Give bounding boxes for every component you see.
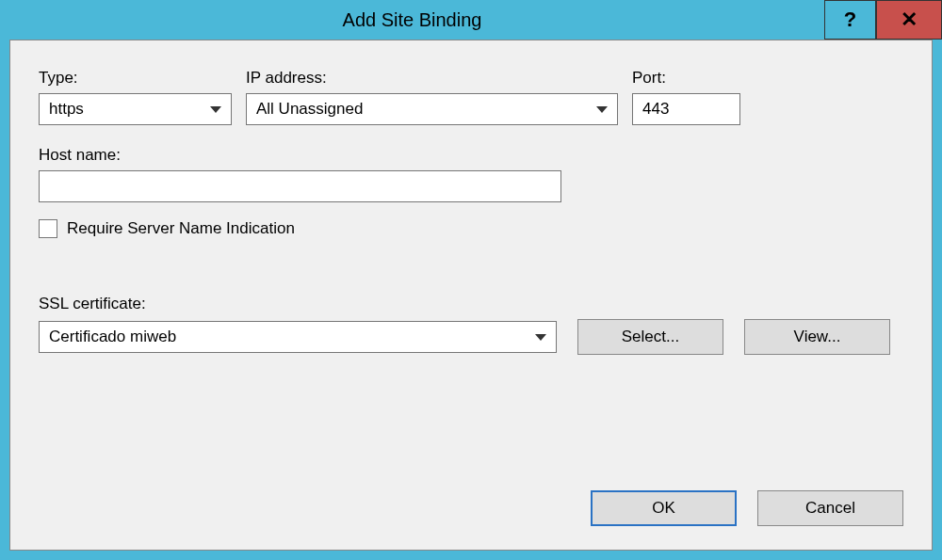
chevron-down-icon <box>535 334 546 341</box>
type-label: Type: <box>39 69 232 88</box>
type-dropdown[interactable]: https <box>39 93 232 125</box>
hostname-label: Host name: <box>39 146 561 165</box>
ip-field: IP address: All Unassigned <box>246 69 618 125</box>
ok-button[interactable]: OK <box>591 490 737 526</box>
type-field: Type: https <box>39 69 232 125</box>
hostname-input[interactable] <box>39 170 561 202</box>
hostname-field: Host name: <box>39 146 561 202</box>
type-value: https <box>49 100 204 119</box>
ip-value: All Unassigned <box>256 100 591 119</box>
dialog-body: Type: https IP address: All Unassigned P… <box>9 40 933 551</box>
ssl-value: Certificado miweb <box>49 328 529 346</box>
sni-row: Require Server Name Indication <box>39 219 903 238</box>
close-icon: ✕ <box>901 8 918 32</box>
chevron-down-icon <box>210 106 221 113</box>
titlebar: Add Site Binding ? ✕ <box>0 0 942 40</box>
cancel-button[interactable]: Cancel <box>757 490 903 526</box>
ssl-section: SSL certificate: Certificado miweb Selec… <box>39 295 903 355</box>
ssl-dropdown[interactable]: Certificado miweb <box>39 321 557 353</box>
help-icon: ? <box>844 8 856 32</box>
footer-buttons: OK Cancel <box>39 490 903 526</box>
ssl-row: Certificado miweb Select... View... <box>39 319 903 355</box>
sni-label: Require Server Name Indication <box>67 219 295 238</box>
close-button[interactable]: ✕ <box>876 0 942 40</box>
select-button[interactable]: Select... <box>577 319 723 355</box>
chevron-down-icon <box>596 106 608 113</box>
binding-fields-row: Type: https IP address: All Unassigned P… <box>39 69 903 125</box>
port-input[interactable] <box>632 93 740 125</box>
help-button[interactable]: ? <box>824 0 876 40</box>
ip-label: IP address: <box>246 69 618 88</box>
ip-dropdown[interactable]: All Unassigned <box>246 93 618 125</box>
titlebar-buttons: ? ✕ <box>824 0 942 40</box>
view-button[interactable]: View... <box>744 319 890 355</box>
dialog-title: Add Site Binding <box>0 0 824 40</box>
ssl-label: SSL certificate: <box>39 295 903 313</box>
port-label: Port: <box>632 69 740 88</box>
sni-checkbox[interactable] <box>39 219 57 238</box>
port-field: Port: <box>632 69 740 125</box>
